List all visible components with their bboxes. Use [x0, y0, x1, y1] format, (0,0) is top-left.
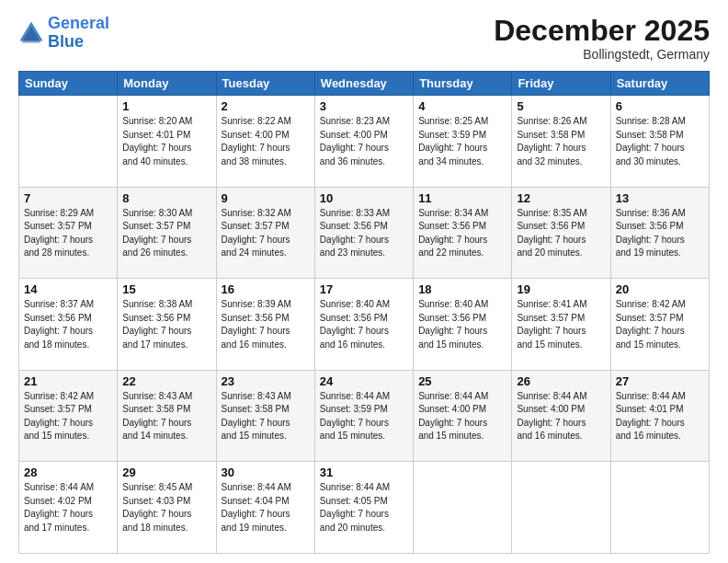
cell-info: Sunrise: 8:44 AM Sunset: 4:01 PM Dayligh… [616, 390, 704, 443]
table-row: 23Sunrise: 8:43 AM Sunset: 3:58 PM Dayli… [216, 370, 314, 462]
day-number: 9 [222, 191, 310, 205]
table-row: 25Sunrise: 8:44 AM Sunset: 4:00 PM Dayli… [414, 370, 512, 462]
cell-info: Sunrise: 8:39 AM Sunset: 3:56 PM Dayligh… [222, 298, 310, 351]
cell-info: Sunrise: 8:23 AM Sunset: 4:00 PM Dayligh… [320, 115, 408, 168]
cell-info: Sunrise: 8:43 AM Sunset: 3:58 PM Dayligh… [222, 390, 310, 443]
table-row: 4Sunrise: 8:25 AM Sunset: 3:59 PM Daylig… [414, 96, 512, 188]
table-row [512, 462, 610, 554]
day-number: 4 [418, 99, 506, 113]
day-number: 27 [616, 374, 704, 388]
day-number: 5 [517, 99, 605, 113]
cell-info: Sunrise: 8:40 AM Sunset: 3:56 PM Dayligh… [320, 298, 408, 351]
cell-info: Sunrise: 8:22 AM Sunset: 4:00 PM Dayligh… [222, 115, 310, 168]
cell-info: Sunrise: 8:43 AM Sunset: 3:58 PM Dayligh… [122, 390, 210, 443]
cell-info: Sunrise: 8:45 AM Sunset: 4:03 PM Dayligh… [122, 481, 210, 534]
col-monday: Monday [118, 72, 216, 96]
cell-info: Sunrise: 8:32 AM Sunset: 3:57 PM Dayligh… [222, 207, 310, 260]
day-number: 29 [122, 465, 210, 479]
logo-icon [18, 20, 44, 46]
calendar-week-row: 28Sunrise: 8:44 AM Sunset: 4:02 PM Dayli… [19, 462, 710, 554]
cell-info: Sunrise: 8:44 AM Sunset: 4:05 PM Dayligh… [320, 481, 408, 534]
col-saturday: Saturday [610, 72, 709, 96]
day-number: 26 [517, 374, 605, 388]
table-row: 16Sunrise: 8:39 AM Sunset: 3:56 PM Dayli… [216, 279, 314, 371]
day-number: 12 [517, 191, 605, 205]
table-row: 11Sunrise: 8:34 AM Sunset: 3:56 PM Dayli… [414, 187, 512, 279]
table-row: 2Sunrise: 8:22 AM Sunset: 4:00 PM Daylig… [216, 96, 314, 188]
table-row: 18Sunrise: 8:40 AM Sunset: 3:56 PM Dayli… [414, 279, 512, 371]
cell-info: Sunrise: 8:28 AM Sunset: 3:58 PM Dayligh… [616, 115, 704, 168]
table-row: 12Sunrise: 8:35 AM Sunset: 3:56 PM Dayli… [512, 187, 610, 279]
cell-info: Sunrise: 8:29 AM Sunset: 3:57 PM Dayligh… [24, 207, 112, 260]
table-row: 5Sunrise: 8:26 AM Sunset: 3:58 PM Daylig… [512, 96, 610, 188]
day-number: 18 [418, 282, 506, 296]
day-number: 13 [616, 191, 704, 205]
cell-info: Sunrise: 8:34 AM Sunset: 3:56 PM Dayligh… [418, 207, 506, 260]
logo-text: General Blue [48, 15, 109, 52]
cell-info: Sunrise: 8:37 AM Sunset: 3:56 PM Dayligh… [24, 298, 112, 351]
table-row: 10Sunrise: 8:33 AM Sunset: 3:56 PM Dayli… [314, 187, 413, 279]
day-number: 2 [222, 99, 310, 113]
calendar-week-row: 1Sunrise: 8:20 AM Sunset: 4:01 PM Daylig… [19, 96, 710, 188]
month-title: December 2025 [494, 15, 710, 47]
day-number: 16 [222, 282, 310, 296]
cell-info: Sunrise: 8:30 AM Sunset: 3:57 PM Dayligh… [122, 207, 210, 260]
calendar-week-row: 7Sunrise: 8:29 AM Sunset: 3:57 PM Daylig… [19, 187, 710, 279]
calendar-week-row: 14Sunrise: 8:37 AM Sunset: 3:56 PM Dayli… [19, 279, 710, 371]
day-number: 14 [24, 282, 112, 296]
cell-info: Sunrise: 8:44 AM Sunset: 4:02 PM Dayligh… [24, 481, 112, 534]
table-row: 3Sunrise: 8:23 AM Sunset: 4:00 PM Daylig… [314, 96, 413, 188]
day-number: 17 [320, 282, 408, 296]
day-number: 31 [320, 465, 408, 479]
table-row: 28Sunrise: 8:44 AM Sunset: 4:02 PM Dayli… [19, 462, 118, 554]
table-row: 1Sunrise: 8:20 AM Sunset: 4:01 PM Daylig… [118, 96, 216, 188]
cell-info: Sunrise: 8:25 AM Sunset: 3:59 PM Dayligh… [418, 115, 506, 168]
cell-info: Sunrise: 8:42 AM Sunset: 3:57 PM Dayligh… [24, 390, 112, 443]
table-row [414, 462, 512, 554]
day-number: 15 [122, 282, 210, 296]
day-number: 28 [24, 465, 112, 479]
table-row: 8Sunrise: 8:30 AM Sunset: 3:57 PM Daylig… [118, 187, 216, 279]
cell-info: Sunrise: 8:38 AM Sunset: 3:56 PM Dayligh… [122, 298, 210, 351]
cell-info: Sunrise: 8:35 AM Sunset: 3:56 PM Dayligh… [517, 207, 605, 260]
table-row: 26Sunrise: 8:44 AM Sunset: 4:00 PM Dayli… [512, 370, 610, 462]
day-number: 10 [320, 191, 408, 205]
location-subtitle: Bollingstedt, Germany [494, 47, 710, 62]
cell-info: Sunrise: 8:26 AM Sunset: 3:58 PM Dayligh… [517, 115, 605, 168]
table-row: 27Sunrise: 8:44 AM Sunset: 4:01 PM Dayli… [610, 370, 709, 462]
table-row: 15Sunrise: 8:38 AM Sunset: 3:56 PM Dayli… [118, 279, 216, 371]
day-number: 30 [222, 465, 310, 479]
table-row: 21Sunrise: 8:42 AM Sunset: 3:57 PM Dayli… [19, 370, 118, 462]
day-number: 1 [122, 99, 210, 113]
day-number: 11 [418, 191, 506, 205]
table-row: 20Sunrise: 8:42 AM Sunset: 3:57 PM Dayli… [610, 279, 709, 371]
cell-info: Sunrise: 8:42 AM Sunset: 3:57 PM Dayligh… [616, 298, 704, 351]
logo-line2: Blue [48, 32, 84, 51]
logo: General Blue [18, 15, 109, 52]
table-row: 13Sunrise: 8:36 AM Sunset: 3:56 PM Dayli… [610, 187, 709, 279]
table-row [610, 462, 709, 554]
col-friday: Friday [512, 72, 610, 96]
col-thursday: Thursday [414, 72, 512, 96]
table-row: 22Sunrise: 8:43 AM Sunset: 3:58 PM Dayli… [118, 370, 216, 462]
table-row: 9Sunrise: 8:32 AM Sunset: 3:57 PM Daylig… [216, 187, 314, 279]
day-number: 21 [24, 374, 112, 388]
day-number: 20 [616, 282, 704, 296]
table-row: 14Sunrise: 8:37 AM Sunset: 3:56 PM Dayli… [19, 279, 118, 371]
page: General Blue December 2025 Bollingstedt,… [0, 0, 728, 563]
cell-info: Sunrise: 8:20 AM Sunset: 4:01 PM Dayligh… [122, 115, 210, 168]
cell-info: Sunrise: 8:44 AM Sunset: 4:00 PM Dayligh… [517, 390, 605, 443]
calendar-week-row: 21Sunrise: 8:42 AM Sunset: 3:57 PM Dayli… [19, 370, 710, 462]
col-wednesday: Wednesday [314, 72, 413, 96]
day-number: 22 [122, 374, 210, 388]
table-row: 17Sunrise: 8:40 AM Sunset: 3:56 PM Dayli… [314, 279, 413, 371]
table-row: 7Sunrise: 8:29 AM Sunset: 3:57 PM Daylig… [19, 187, 118, 279]
cell-info: Sunrise: 8:44 AM Sunset: 4:04 PM Dayligh… [222, 481, 310, 534]
col-sunday: Sunday [19, 72, 118, 96]
col-tuesday: Tuesday [216, 72, 314, 96]
table-row: 30Sunrise: 8:44 AM Sunset: 4:04 PM Dayli… [216, 462, 314, 554]
header: General Blue December 2025 Bollingstedt,… [18, 15, 710, 62]
calendar-table: Sunday Monday Tuesday Wednesday Thursday… [18, 71, 710, 554]
cell-info: Sunrise: 8:41 AM Sunset: 3:57 PM Dayligh… [517, 298, 605, 351]
day-number: 19 [517, 282, 605, 296]
